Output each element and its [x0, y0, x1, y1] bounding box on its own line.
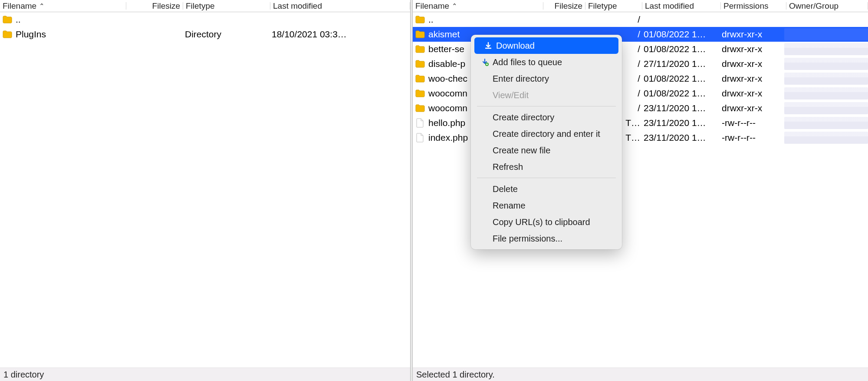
- folder-icon: [2, 16, 13, 23]
- col-lastmod-label: Last modified: [273, 1, 322, 11]
- cell-owner: [784, 13, 868, 25]
- cell-lastmod: 18/10/2021 03:3…: [269, 29, 404, 40]
- menu-item[interactable]: File permissions...: [471, 230, 622, 247]
- file-icon: [414, 133, 426, 142]
- menu-item[interactable]: Enter directory: [471, 70, 622, 87]
- cell-owner: [784, 73, 868, 84]
- cell-permissions: -rw-r--r--: [719, 133, 784, 143]
- local-pane: Filename ⌃ Filesize Filetype Last modifi…: [0, 0, 410, 381]
- menu-item-label: Delete: [491, 184, 518, 194]
- cell-lastmod: 01/08/2022 1…: [641, 29, 719, 40]
- col-filetype[interactable]: Filetype: [585, 0, 642, 12]
- cell-owner: [784, 132, 868, 143]
- local-status-text: 1 directory: [3, 370, 44, 380]
- cell-filename: ..: [426, 14, 543, 25]
- cell-lastmod: 01/08/2022 1…: [641, 88, 719, 99]
- cell-permissions: drwxr-xr-x: [719, 103, 784, 113]
- cell-filetype: Directory: [182, 29, 269, 40]
- col-filetype-label: Filetype: [186, 1, 215, 11]
- table-row[interactable]: ../: [413, 12, 868, 27]
- col-filename[interactable]: Filename ⌃: [0, 0, 126, 12]
- menu-item[interactable]: Refresh: [471, 159, 622, 175]
- folder-icon: [2, 30, 13, 38]
- col-lastmod-label: Last modified: [645, 1, 694, 11]
- cell-lastmod: 27/11/2020 1…: [641, 59, 719, 69]
- menu-item[interactable]: Rename: [471, 197, 622, 214]
- sort-asc-icon: ⌃: [39, 2, 45, 10]
- menu-item[interactable]: Create directory and enter it: [471, 126, 622, 142]
- table-row[interactable]: ..: [0, 12, 410, 27]
- folder-icon: [414, 60, 426, 68]
- menu-item-label: File permissions...: [491, 234, 562, 244]
- col-filename-label: Filename: [3, 1, 36, 11]
- cell-permissions: drwxr-xr-x: [719, 44, 784, 54]
- download-icon: [482, 42, 494, 50]
- cell-filename: ..: [13, 14, 126, 25]
- remote-status-text: Selected 1 directory.: [416, 370, 495, 380]
- cell-permissions: drwxr-xr-x: [719, 29, 784, 40]
- col-owner[interactable]: Owner/Group: [786, 0, 868, 12]
- table-row[interactable]: PlugInsDirectory18/10/2021 03:3…: [0, 27, 410, 42]
- col-permissions[interactable]: Permissions: [721, 0, 786, 12]
- remote-header: Filename ⌃ Filesize Filetype Last modifi…: [413, 0, 868, 12]
- col-lastmod[interactable]: Last modified: [270, 0, 410, 12]
- file-icon: [414, 118, 426, 128]
- cell-owner: [784, 28, 868, 40]
- folder-icon: [414, 30, 426, 38]
- col-filesize[interactable]: Filesize: [543, 0, 585, 12]
- menu-item[interactable]: Download: [474, 37, 618, 54]
- cell-filename: PlugIns: [13, 29, 126, 40]
- cell-owner: [784, 102, 868, 114]
- col-filesize-label: Filesize: [152, 1, 180, 11]
- menu-item-label: Refresh: [491, 162, 523, 172]
- menu-item-label: Create directory and enter it: [491, 129, 600, 139]
- cell-owner: [784, 58, 868, 70]
- folder-icon: [414, 75, 426, 83]
- menu-item[interactable]: Delete: [471, 181, 622, 197]
- menu-item[interactable]: Copy URL(s) to clipboard: [471, 214, 622, 230]
- col-filetype[interactable]: Filetype: [183, 0, 270, 12]
- cell-lastmod: 23/11/2020 1…: [641, 118, 719, 128]
- col-filetype-label: Filetype: [588, 1, 617, 11]
- folder-icon: [414, 89, 426, 97]
- menu-item-label: Create new file: [491, 146, 550, 156]
- cell-lastmod: 23/11/2020 1…: [641, 103, 719, 113]
- menu-item[interactable]: Create new file: [471, 142, 622, 159]
- col-lastmod[interactable]: Last modified: [642, 0, 720, 12]
- menu-item[interactable]: Add files to queue: [471, 54, 622, 70]
- cell-owner: [784, 117, 868, 129]
- col-filesize-label: Filesize: [555, 1, 582, 11]
- sort-asc-icon: ⌃: [452, 2, 457, 10]
- col-permissions-label: Permissions: [723, 1, 768, 11]
- add-queue-icon: [479, 58, 491, 66]
- menu-item-label: Enter directory: [491, 74, 549, 84]
- menu-item-label: Rename: [491, 201, 526, 211]
- cell-permissions: drwxr-xr-x: [719, 88, 784, 99]
- menu-item[interactable]: Create directory: [471, 109, 622, 126]
- col-sep[interactable]: [410, 2, 410, 9]
- local-rows[interactable]: ..PlugInsDirectory18/10/2021 03:3…: [0, 12, 410, 368]
- local-header: Filename ⌃ Filesize Filetype Last modifi…: [0, 0, 410, 12]
- col-owner-label: Owner/Group: [789, 1, 838, 11]
- context-menu: DownloadAdd files to queueEnter director…: [471, 35, 622, 249]
- col-filesize[interactable]: Filesize: [126, 0, 183, 12]
- local-status: 1 directory: [0, 368, 410, 381]
- folder-icon: [414, 45, 426, 53]
- menu-item-label: Create directory: [491, 113, 554, 123]
- folder-icon: [414, 16, 426, 23]
- remote-status: Selected 1 directory.: [413, 368, 868, 381]
- cell-owner: [784, 87, 868, 99]
- cell-lastmod: 23/11/2020 1…: [641, 133, 719, 143]
- col-filename[interactable]: Filename ⌃: [413, 0, 543, 12]
- cell-owner: [784, 43, 868, 55]
- menu-item-label: Copy URL(s) to clipboard: [491, 217, 590, 227]
- col-filename-label: Filename: [415, 1, 449, 11]
- folder-icon: [414, 104, 426, 112]
- menu-item-label: View/Edit: [491, 90, 529, 100]
- menu-item-label: Download: [494, 41, 535, 51]
- menu-item: View/Edit: [471, 87, 622, 103]
- cell-filetype: /: [585, 14, 641, 25]
- menu-separator: [477, 106, 616, 106]
- cell-permissions: -rw-r--r--: [719, 118, 784, 128]
- cell-lastmod: 01/08/2022 1…: [641, 73, 719, 84]
